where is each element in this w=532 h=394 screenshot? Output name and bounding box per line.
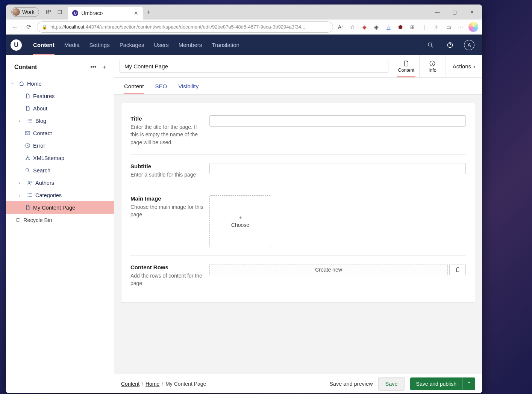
tree-label: Categories xyxy=(35,192,62,198)
chevron-right-icon[interactable]: › xyxy=(19,193,24,198)
workspace-footer: Content/Home/My Content Page Save and pr… xyxy=(114,374,482,393)
tree-node[interactable]: Contact xyxy=(6,127,114,139)
copilot-icon[interactable] xyxy=(468,22,478,32)
plus-icon: ＋ xyxy=(238,214,243,221)
document-tabs: ContentSEOVisibility xyxy=(114,78,482,95)
tree-node-home[interactable]: ﹀ Home xyxy=(6,77,114,90)
url-field[interactable]: 🔒 https://localhost:44374/umbraco/sectio… xyxy=(37,21,333,33)
chevron-right-icon[interactable]: › xyxy=(19,181,24,185)
save-preview-button[interactable]: Save and preview xyxy=(329,381,373,387)
topnav-item-packages[interactable]: Packages xyxy=(120,35,144,55)
more-menu-icon[interactable]: ⋯ xyxy=(456,24,465,30)
text-input[interactable] xyxy=(209,115,466,127)
clipboard-button[interactable] xyxy=(449,264,466,275)
workspace-app-info[interactable]: Info xyxy=(419,55,446,77)
tree-node[interactable]: Features xyxy=(6,90,114,102)
tree-node[interactable]: XMLSitemap xyxy=(6,152,114,164)
window-minimize-button[interactable]: — xyxy=(429,5,446,20)
svg-line-22 xyxy=(28,171,29,172)
svg-point-13 xyxy=(27,122,28,122)
browser-window: Work U Umbraco ✕ ＋ — ▢ ✕ ← ⟳ 🔒 https://l… xyxy=(6,5,482,393)
property-description: Choose the main image for this page xyxy=(130,203,203,219)
property-label: Title xyxy=(130,115,203,122)
tree-node[interactable]: Search xyxy=(6,164,114,177)
global-search-icon[interactable] xyxy=(425,39,436,51)
svg-point-12 xyxy=(27,121,28,121)
top-navigation: U ContentMediaSettingsPackagesUsersMembe… xyxy=(6,35,482,55)
tree-label: About xyxy=(33,106,47,112)
ext-icon-1[interactable]: ◆ xyxy=(360,24,368,30)
help-icon[interactable] xyxy=(444,39,456,51)
tab-close-icon[interactable]: ✕ xyxy=(134,10,138,16)
svg-rect-2 xyxy=(47,12,49,14)
content-sidebar: Content ••• ＋ ﹀ Home FeaturesAbout›Blog xyxy=(6,55,114,393)
window-maximize-button[interactable]: ▢ xyxy=(446,5,463,20)
browser-address-bar: ← ⟳ 🔒 https://localhost:44374/umbraco/se… xyxy=(6,20,482,35)
tree-node[interactable]: My Content Page xyxy=(6,201,114,214)
nav-refresh-button[interactable]: ⟳ xyxy=(23,23,34,30)
umbraco-app: U ContentMediaSettingsPackagesUsersMembe… xyxy=(6,35,482,393)
tree-node[interactable]: ›Categories xyxy=(6,189,114,201)
favorites-bar-icon[interactable]: ✧ xyxy=(432,24,441,30)
chevron-down-icon[interactable]: ﹀ xyxy=(11,81,16,86)
breadcrumb-link[interactable]: Content xyxy=(121,381,139,387)
favorite-icon[interactable]: ☆ xyxy=(348,24,356,30)
tree-label: XMLSitemap xyxy=(33,155,64,161)
property-description: Enter the title for the page. If this is… xyxy=(130,123,203,146)
tree-node[interactable]: About xyxy=(6,102,114,115)
ext-icon-2[interactable]: ◉ xyxy=(372,24,380,30)
user-avatar[interactable]: A xyxy=(464,40,474,50)
divider: | xyxy=(420,24,429,30)
topnav-item-translation[interactable]: Translation xyxy=(212,35,239,55)
read-aloud-icon[interactable]: A⁾ xyxy=(336,24,344,30)
actions-menu-button[interactable]: Actions › xyxy=(446,55,482,77)
ext-icon-3[interactable]: △ xyxy=(384,24,393,30)
topnav-item-settings[interactable]: Settings xyxy=(89,35,110,55)
svg-point-11 xyxy=(27,119,28,119)
svg-rect-34 xyxy=(456,268,459,272)
sidebar-add-icon[interactable]: ＋ xyxy=(102,63,107,71)
tree-node[interactable]: ›Authors xyxy=(6,177,114,189)
tree-node[interactable]: Error xyxy=(6,139,114,152)
breadcrumb-link[interactable]: Home xyxy=(146,381,159,387)
doc-tab-seo[interactable]: SEO xyxy=(155,78,167,94)
tree-recycle-bin[interactable]: Recycle Bin xyxy=(6,214,114,226)
topnav-item-media[interactable]: Media xyxy=(64,35,80,55)
document-name-input[interactable]: My Content Page xyxy=(120,60,388,73)
topnav-item-content[interactable]: Content xyxy=(33,35,55,55)
topnav-item-users[interactable]: Users xyxy=(154,35,169,55)
svg-point-23 xyxy=(28,181,30,183)
chevron-right-icon[interactable]: › xyxy=(19,119,24,123)
window-close-button[interactable]: ✕ xyxy=(463,5,480,20)
sidebar-more-icon[interactable]: ••• xyxy=(90,63,96,71)
content-tree: ﹀ Home FeaturesAbout›BlogContactErrorXML… xyxy=(6,77,114,226)
collections-icon[interactable]: ▭ xyxy=(444,24,453,30)
create-new-button[interactable]: Create new xyxy=(209,264,448,275)
extensions-icon[interactable]: ⊞ xyxy=(408,24,417,30)
new-tab-button[interactable]: ＋ xyxy=(143,8,154,16)
save-publish-button[interactable]: Save and publish ⌃ xyxy=(410,377,475,390)
save-button[interactable]: Save xyxy=(378,377,405,391)
workspace-app-content[interactable]: Content xyxy=(393,55,419,77)
tree-node[interactable]: ›Blog xyxy=(6,115,114,127)
nav-back-button[interactable]: ← xyxy=(10,24,20,30)
ext-icon-4[interactable]: ⬢ xyxy=(396,24,405,30)
tree-label: Contact xyxy=(33,130,52,136)
svg-point-24 xyxy=(30,181,32,183)
svg-line-5 xyxy=(431,46,433,47)
doc-tab-content[interactable]: Content xyxy=(124,78,144,94)
workspaces-icon[interactable] xyxy=(43,6,54,18)
browser-profile-badge[interactable]: Work xyxy=(11,7,39,17)
x-icon xyxy=(24,143,31,148)
publish-dropdown-icon[interactable]: ⌃ xyxy=(462,377,475,390)
text-input[interactable] xyxy=(209,163,466,174)
topnav-item-members[interactable]: Members xyxy=(179,35,202,55)
browser-tab[interactable]: U Umbraco ✕ xyxy=(68,7,143,20)
doc-tab-visibility[interactable]: Visibility xyxy=(178,78,199,94)
tab-overview-icon[interactable] xyxy=(54,6,65,18)
sidebar-header: Content ••• ＋ xyxy=(6,60,114,77)
umbraco-logo[interactable]: U xyxy=(11,39,22,51)
tab-title: Umbraco xyxy=(81,10,103,16)
editor-scroll[interactable]: TitleEnter the title for the page. If th… xyxy=(114,95,482,374)
image-picker[interactable]: ＋Choose xyxy=(209,195,271,247)
